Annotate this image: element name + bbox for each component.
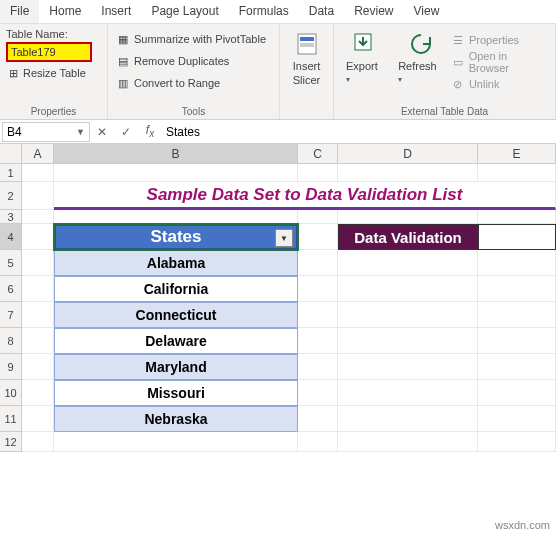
cell-b1[interactable] <box>54 164 298 182</box>
cell-a9[interactable] <box>22 354 54 380</box>
convert-range-button[interactable]: ▥ Convert to Range <box>114 72 273 94</box>
cell-d5[interactable] <box>338 250 478 276</box>
cell-c4[interactable] <box>298 224 338 250</box>
state-cell-3[interactable]: Delaware <box>54 328 298 354</box>
row-header-1[interactable]: 1 <box>0 164 22 182</box>
enter-formula-icon[interactable]: ✓ <box>114 125 138 139</box>
menu-file[interactable]: File <box>0 0 39 23</box>
cell-d1[interactable] <box>338 164 478 182</box>
cell-c6[interactable] <box>298 276 338 302</box>
menu-pagelayout[interactable]: Page Layout <box>141 0 228 23</box>
col-header-a[interactable]: A <box>22 144 54 163</box>
spreadsheet-grid[interactable]: A B C D E 1 2 Sample Data Set to Data Va… <box>0 144 556 452</box>
menu-insert[interactable]: Insert <box>91 0 141 23</box>
menu-review[interactable]: Review <box>344 0 403 23</box>
cell-e11[interactable] <box>478 406 556 432</box>
row-header-9[interactable]: 9 <box>0 354 22 380</box>
state-cell-5[interactable]: Missouri <box>54 380 298 406</box>
ext-properties-label: Properties <box>469 34 519 46</box>
col-header-d[interactable]: D <box>338 144 478 163</box>
row-header-6[interactable]: 6 <box>0 276 22 302</box>
cell-c1[interactable] <box>298 164 338 182</box>
cell-a3[interactable] <box>22 210 54 224</box>
state-cell-1[interactable]: California <box>54 276 298 302</box>
cell-a8[interactable] <box>22 328 54 354</box>
col-header-b[interactable]: B <box>54 144 298 163</box>
cell-d12[interactable] <box>338 432 478 452</box>
insert-slicer-button[interactable]: Insert Slicer <box>287 28 327 88</box>
state-cell-4[interactable]: Maryland <box>54 354 298 380</box>
cell-c5[interactable] <box>298 250 338 276</box>
cell-c8[interactable] <box>298 328 338 354</box>
refresh-button[interactable]: Refresh ▾ <box>392 28 449 94</box>
state-cell-0[interactable]: Alabama <box>54 250 298 276</box>
cell-c7[interactable] <box>298 302 338 328</box>
ribbon-group-slicer: Insert Slicer <box>280 24 334 119</box>
cell-b3[interactable] <box>54 210 298 224</box>
row-header-4[interactable]: 4 <box>0 224 22 250</box>
menu-home[interactable]: Home <box>39 0 91 23</box>
export-button[interactable]: Export ▾ <box>340 28 390 94</box>
state-cell-6[interactable]: Nebraska <box>54 406 298 432</box>
states-header-cell[interactable]: States ▼ <box>54 224 298 250</box>
cell-d11[interactable] <box>338 406 478 432</box>
row-header-3[interactable]: 3 <box>0 210 22 224</box>
data-validation-header[interactable]: Data Validation <box>338 224 478 250</box>
resize-table-button[interactable]: ⊞ Resize Table <box>6 66 101 80</box>
remove-duplicates-button[interactable]: ▤ Remove Duplicates <box>114 50 273 72</box>
menu-formulas[interactable]: Formulas <box>229 0 299 23</box>
row-header-11[interactable]: 11 <box>0 406 22 432</box>
cell-a5[interactable] <box>22 250 54 276</box>
cell-e3[interactable] <box>478 210 556 224</box>
menu-data[interactable]: Data <box>299 0 344 23</box>
cell-a12[interactable] <box>22 432 54 452</box>
filter-dropdown-icon[interactable]: ▼ <box>275 229 293 247</box>
cell-d9[interactable] <box>338 354 478 380</box>
row-header-2[interactable]: 2 <box>0 182 22 210</box>
data-validation-cell[interactable] <box>478 224 556 250</box>
summarize-pivot-button[interactable]: ▦ Summarize with PivotTable <box>114 28 273 50</box>
cell-a4[interactable] <box>22 224 54 250</box>
cell-d10[interactable] <box>338 380 478 406</box>
cell-a1[interactable] <box>22 164 54 182</box>
cell-a7[interactable] <box>22 302 54 328</box>
row-header-5[interactable]: 5 <box>0 250 22 276</box>
select-all-corner[interactable] <box>0 144 22 164</box>
fx-icon[interactable]: fx <box>138 123 162 139</box>
cell-e9[interactable] <box>478 354 556 380</box>
cell-d8[interactable] <box>338 328 478 354</box>
menu-view[interactable]: View <box>404 0 450 23</box>
row-header-10[interactable]: 10 <box>0 380 22 406</box>
cell-e12[interactable] <box>478 432 556 452</box>
cell-a2[interactable] <box>22 182 54 210</box>
title-cell[interactable]: Sample Data Set to Data Validation List <box>54 182 556 210</box>
cell-c11[interactable] <box>298 406 338 432</box>
state-cell-2[interactable]: Connecticut <box>54 302 298 328</box>
cell-c12[interactable] <box>298 432 338 452</box>
row-header-8[interactable]: 8 <box>0 328 22 354</box>
cell-c3[interactable] <box>298 210 338 224</box>
cell-e6[interactable] <box>478 276 556 302</box>
col-header-c[interactable]: C <box>298 144 338 163</box>
cell-a10[interactable] <box>22 380 54 406</box>
cell-a6[interactable] <box>22 276 54 302</box>
cell-a11[interactable] <box>22 406 54 432</box>
cell-c9[interactable] <box>298 354 338 380</box>
cell-e10[interactable] <box>478 380 556 406</box>
cell-d6[interactable] <box>338 276 478 302</box>
cell-e5[interactable] <box>478 250 556 276</box>
cell-b12[interactable] <box>54 432 298 452</box>
cancel-formula-icon[interactable]: ✕ <box>90 125 114 139</box>
cell-d3[interactable] <box>338 210 478 224</box>
cell-e7[interactable] <box>478 302 556 328</box>
row-header-12[interactable]: 12 <box>0 432 22 452</box>
cell-c10[interactable] <box>298 380 338 406</box>
row-header-7[interactable]: 7 <box>0 302 22 328</box>
cell-d7[interactable] <box>338 302 478 328</box>
formula-input[interactable] <box>162 123 556 141</box>
col-header-e[interactable]: E <box>478 144 556 163</box>
name-box[interactable]: B4 ▼ <box>2 122 90 142</box>
cell-e1[interactable] <box>478 164 556 182</box>
cell-e8[interactable] <box>478 328 556 354</box>
table-name-input[interactable] <box>6 42 92 62</box>
